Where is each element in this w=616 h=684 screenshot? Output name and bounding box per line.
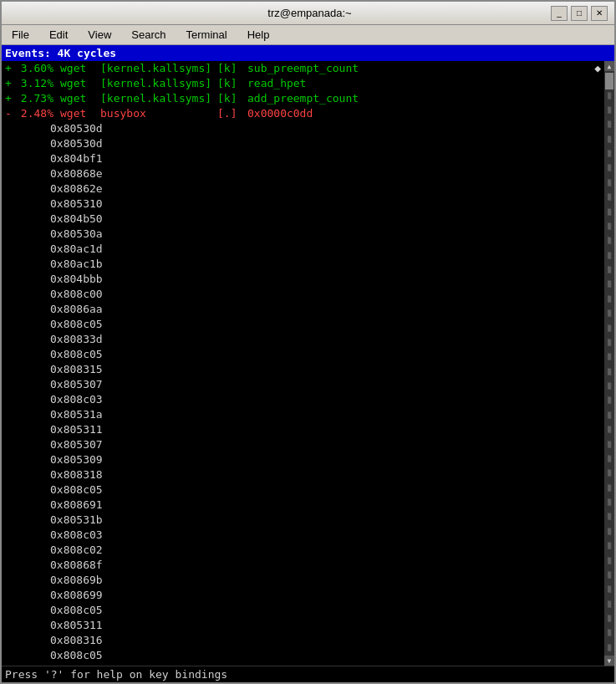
row-command: wget: [53, 61, 97, 76]
address-rows-container: 0x80530d0x80530d0x804bf10x80868e0x80862e…: [2, 121, 614, 663]
address-row: 0x80869b: [2, 573, 614, 588]
address-row: 0x80833d: [2, 332, 614, 347]
address-row: 0x80868e: [2, 166, 614, 181]
minimize-button[interactable]: _: [551, 6, 568, 21]
address-value: 0x80530d: [43, 136, 103, 151]
address-row: 0x808c02: [2, 543, 614, 558]
menu-item-help[interactable]: Help: [241, 27, 277, 43]
address-value: 0x808c03: [43, 528, 103, 543]
address-row: 0x80ac1b: [2, 257, 614, 272]
scroll-down-arrow[interactable]: ▼: [604, 656, 614, 666]
data-area: +3.60%wget[kernel.kallsyms][k]sub_preemp…: [2, 61, 614, 666]
address-row: 0x805307: [2, 437, 614, 452]
address-row: 0x8086aa: [2, 302, 614, 317]
menu-item-search[interactable]: Search: [125, 27, 172, 43]
menu-item-terminal[interactable]: Terminal: [180, 27, 234, 43]
address-row: 0x805310: [2, 197, 614, 212]
address-row: 0x808318: [2, 467, 614, 482]
address-value: 0x80ac1d: [43, 242, 103, 257]
address-row: 0x808c05: [2, 317, 614, 332]
row-name: read_hpet: [244, 76, 306, 91]
address-row: 0x808c05: [2, 347, 614, 362]
address-value: 0x80531a: [43, 407, 103, 422]
scroll-tick: ▒: [608, 544, 611, 549]
address-value: 0x808c05: [43, 347, 103, 362]
row-kind: [k]: [214, 76, 244, 91]
scroll-tick: ▒: [608, 384, 611, 390]
address-value: 0x80530d: [43, 121, 103, 136]
row-shared: busybox: [97, 106, 214, 121]
row-shared: [kernel.kallsyms]: [97, 76, 214, 91]
address-value: 0x808c03: [43, 392, 103, 407]
menu-item-edit[interactable]: Edit: [43, 27, 74, 43]
address-value: 0x8086aa: [43, 302, 103, 317]
scroll-tick: ▒: [608, 195, 611, 201]
address-row: 0x808c03: [2, 528, 614, 543]
scroll-tick: ▒: [608, 559, 611, 564]
maximize-button[interactable]: □: [571, 6, 588, 21]
scroll-tick: ▒: [608, 413, 611, 419]
content-area: Events: 4K cycles +3.60%wget[kernel.kall…: [2, 45, 614, 682]
address-row: 0x808c03: [2, 392, 614, 407]
scroll-up-arrow[interactable]: ▲: [604, 61, 614, 71]
row-percent: 3.60%: [15, 61, 53, 76]
scroll-tick: ▒: [608, 210, 611, 216]
address-value: 0x808315: [43, 362, 103, 377]
address-value: 0x804bbb: [43, 272, 103, 287]
scroll-tick: ▒: [608, 370, 611, 375]
scroll-tick: ▒: [608, 616, 611, 622]
address-value: 0x805311: [43, 618, 103, 633]
scroll-tick: ▒: [608, 355, 611, 360]
scroll-tick: ▒: [608, 79, 611, 84]
address-row: 0x80531b: [2, 513, 614, 528]
main-window: trz@empanada:~ _ □ ✕ FileEditViewSearchT…: [0, 0, 616, 684]
scroll-tick: ▒: [608, 253, 611, 259]
address-row: 0x804b50: [2, 212, 614, 227]
address-value: 0x80868e: [43, 166, 103, 181]
data-row: +3.12%wget[kernel.kallsyms][k]read_hpet: [2, 76, 614, 91]
row-symbol: +: [5, 76, 15, 91]
row-command: wget: [53, 76, 97, 91]
scroll-tick: ▒: [608, 500, 611, 506]
close-button[interactable]: ✕: [591, 6, 608, 21]
address-value: 0x808c00: [43, 287, 103, 302]
scroll-tick: ▒: [608, 137, 611, 143]
menu-item-view[interactable]: View: [81, 27, 118, 43]
scroll-tick: ▒: [608, 282, 611, 288]
address-value: 0x805309: [43, 452, 103, 467]
address-value: 0x805310: [43, 197, 103, 212]
scroll-tick: ▒: [608, 340, 611, 346]
row-kind: [k]: [214, 91, 244, 106]
row-percent: 2.73%: [15, 91, 53, 106]
address-value: 0x808c05: [43, 317, 103, 332]
row-percent: 2.48%: [15, 106, 53, 121]
scrollbar[interactable]: ▲ ▒ ▒ ▒ ▒ ▒ ▒ ▒ ▒ ▒ ▒ ▒: [604, 61, 614, 666]
diamond-icon: ◆: [594, 61, 601, 76]
scroll-tick: ▒: [608, 602, 611, 608]
menu-item-file[interactable]: File: [5, 27, 36, 43]
address-row: 0x80531a: [2, 407, 614, 422]
address-row: 0x80530a: [2, 227, 614, 242]
scroll-tick: ▒: [608, 587, 611, 593]
row-kind: [.]: [214, 106, 244, 121]
scroll-tick: ▒: [608, 398, 611, 404]
address-row: 0x808c05: [2, 648, 614, 663]
address-row: 0x80868f: [2, 558, 614, 573]
address-value: 0x808c02: [43, 543, 103, 558]
address-value: 0x808318: [43, 467, 103, 482]
address-value: 0x808c05: [43, 482, 103, 498]
scroll-tick: ▒: [608, 427, 611, 433]
row-shared: [kernel.kallsyms]: [97, 91, 214, 106]
scroll-tick: ▒: [608, 94, 611, 100]
address-row: 0x805309: [2, 452, 614, 467]
address-value: 0x808691: [43, 498, 103, 513]
address-value: 0x80869b: [43, 573, 103, 588]
row-symbol: +: [5, 61, 15, 76]
scroll-tick: ▒: [608, 311, 611, 317]
scrollbar-track[interactable]: ▒ ▒ ▒ ▒ ▒ ▒ ▒ ▒ ▒ ▒ ▒ ▒ ▒ ▒ ▒: [604, 71, 614, 656]
row-name: sub_preempt_count: [244, 61, 359, 76]
address-value: 0x808699: [43, 588, 103, 603]
row-name: add_preempt_count: [244, 91, 359, 106]
scroll-tick: ▒: [608, 297, 611, 303]
address-row: 0x808c05: [2, 482, 614, 498]
